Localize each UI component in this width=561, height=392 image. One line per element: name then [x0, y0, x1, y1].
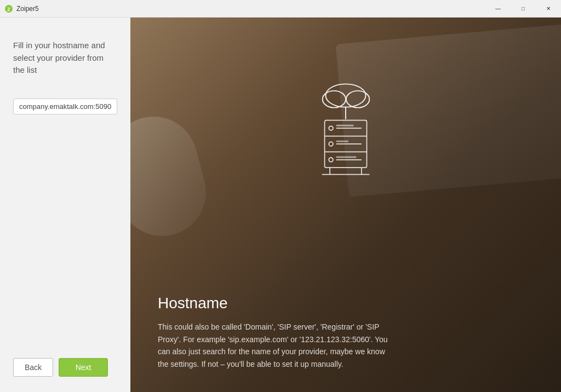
app-title: Zoiper5	[16, 5, 39, 13]
next-button[interactable]: Next	[59, 358, 108, 377]
minimize-button[interactable]: —	[485, 0, 511, 18]
right-panel: Hostname This could also be called 'Doma…	[130, 18, 561, 392]
instruction-text: Fill in your hostname and select your pr…	[13, 39, 117, 77]
titlebar-left: Z Zoiper5	[0, 4, 39, 13]
main-layout: Fill in your hostname and select your pr…	[0, 18, 561, 392]
maximize-button[interactable]: □	[511, 0, 536, 18]
hostname-title: Hostname	[158, 295, 228, 312]
titlebar: Z Zoiper5 — □ ✕	[0, 0, 561, 18]
zoiper-icon: Z	[4, 4, 13, 13]
back-button[interactable]: Back	[13, 358, 53, 377]
left-panel: Fill in your hostname and select your pr…	[0, 18, 130, 392]
svg-text:Z: Z	[7, 7, 10, 12]
close-button[interactable]: ✕	[536, 0, 561, 18]
right-content: Hostname This could also be called 'Doma…	[130, 18, 561, 392]
bottom-buttons: Back Next	[13, 358, 117, 377]
hostname-description: This could also be called 'Domain', 'SIP…	[158, 321, 388, 370]
hostname-input[interactable]	[13, 99, 117, 114]
window-controls: — □ ✕	[485, 0, 561, 18]
